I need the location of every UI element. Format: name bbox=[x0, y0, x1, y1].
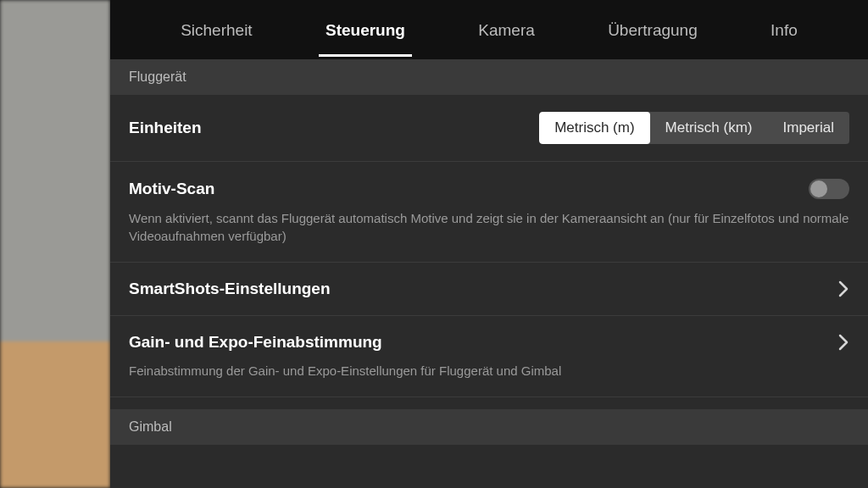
subject-scan-toggle[interactable] bbox=[809, 179, 849, 199]
row-gain-expo[interactable]: Gain- und Expo-Feinabstimmung Feinabstim… bbox=[110, 316, 868, 397]
chevron-right-icon bbox=[837, 280, 849, 297]
subject-scan-desc: Wenn aktiviert, scannt das Fluggerät aut… bbox=[129, 209, 849, 245]
tab-uebertragung[interactable]: Übertragung bbox=[601, 3, 704, 57]
smartshots-title: SmartShots-Einstellungen bbox=[129, 280, 331, 298]
chevron-right-icon bbox=[837, 334, 849, 351]
tab-bar: Sicherheit Steuerung Kamera Übertragung … bbox=[110, 0, 868, 59]
gain-expo-desc: Feinabstimmung der Gain- und Expo-Einste… bbox=[129, 362, 849, 380]
toggle-knob bbox=[810, 180, 827, 197]
tab-info[interactable]: Info bbox=[764, 3, 804, 57]
units-option-metric-km[interactable]: Metrisch (km) bbox=[650, 112, 768, 144]
subject-scan-title: Motiv-Scan bbox=[129, 180, 214, 198]
tab-sicherheit[interactable]: Sicherheit bbox=[174, 3, 259, 57]
units-title: Einheiten bbox=[129, 119, 202, 137]
settings-panel: Sicherheit Steuerung Kamera Übertragung … bbox=[110, 0, 868, 488]
section-header-aircraft: Fluggerät bbox=[110, 59, 868, 95]
row-subject-scan: Motiv-Scan Wenn aktiviert, scannt das Fl… bbox=[110, 162, 868, 263]
units-option-imperial[interactable]: Imperial bbox=[768, 112, 849, 144]
row-units: Einheiten Metrisch (m) Metrisch (km) Imp… bbox=[110, 95, 868, 162]
camera-preview-edge bbox=[0, 0, 110, 488]
row-smartshots[interactable]: SmartShots-Einstellungen bbox=[110, 263, 868, 316]
gain-expo-title: Gain- und Expo-Feinabstimmung bbox=[129, 333, 382, 352]
tab-kamera[interactable]: Kamera bbox=[471, 3, 542, 57]
section-header-gimbal: Gimbal bbox=[110, 409, 868, 445]
tab-steuerung[interactable]: Steuerung bbox=[319, 3, 412, 57]
units-segmented: Metrisch (m) Metrisch (km) Imperial bbox=[539, 112, 849, 144]
units-option-metric-m[interactable]: Metrisch (m) bbox=[539, 112, 649, 144]
